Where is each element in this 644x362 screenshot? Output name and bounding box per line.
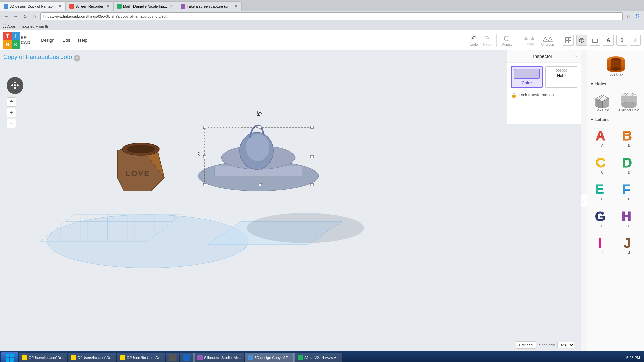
menu-edit[interactable]: Edit: [59, 36, 74, 45]
bookmarks-bar: ☷ Apps Imported From IE: [0, 22, 644, 30]
undo-button[interactable]: ↶ Undo: [470, 34, 478, 46]
logo-br: K: [12, 40, 20, 49]
tube-thick-item[interactable]: Tube thick: [590, 53, 641, 78]
basic-shapes-section: Tube thick: [590, 53, 641, 78]
selected-object[interactable]: [198, 112, 319, 191]
letter-b-item[interactable]: B B: [617, 124, 642, 149]
svg-rect-31: [311, 126, 313, 129]
taskbar-item-silhouette[interactable]: Silhouette Studio: Air...: [194, 353, 244, 362]
taskbar-item-small1[interactable]: [166, 353, 179, 362]
start-button[interactable]: [1, 352, 18, 362]
tab-title-tinkercad: 3D design Copy of Fantab...: [10, 4, 56, 8]
taskbar-item-explorer1[interactable]: C:\Users\ltc User\Dr...: [19, 353, 67, 362]
tab-recorder[interactable]: Screen Recorder ✕: [66, 1, 113, 11]
letter-h-thumb: H: [619, 206, 639, 224]
logo-line-cad: CAD: [21, 40, 30, 45]
letter-i-item[interactable]: I I: [590, 231, 615, 256]
taskbar-item-explorer3[interactable]: C:\Users\ltc User\Dr...: [117, 353, 165, 362]
ungroup-button[interactable]: △△ Ungroup: [541, 34, 554, 46]
snap-grid-select[interactable]: 1/8" 1/4" 1/2" 1": [557, 342, 574, 348]
logo-area[interactable]: T I N K ER CAD: [3, 32, 30, 49]
tube-thick-svg: [606, 54, 626, 73]
letter-h-item[interactable]: H H: [617, 204, 642, 229]
letter-j-item[interactable]: J J: [617, 231, 642, 256]
letter-g-svg: G: [592, 206, 612, 224]
hole-button[interactable]: Hole: [545, 66, 577, 88]
taskbar-item-explorer2[interactable]: C:\Users\ltc User\Dr...: [68, 353, 116, 362]
color-swatch[interactable]: [514, 69, 540, 79]
taskbar-item-afinia[interactable]: Afinia V2.14 www.A...: [294, 353, 342, 362]
letter-e-item[interactable]: E E: [590, 178, 615, 202]
home-button[interactable]: ⌂: [31, 13, 38, 20]
edit-grid-button[interactable]: Edit grid: [516, 341, 536, 349]
forward-button[interactable]: →: [12, 13, 19, 20]
svg-text:E: E: [595, 182, 604, 197]
letter-f-item[interactable]: F F: [617, 178, 642, 202]
letter-b-label: B: [628, 144, 630, 147]
adjust-button[interactable]: ⬡ Adjust: [502, 34, 512, 46]
inspector-help-icon[interactable]: ?: [575, 54, 577, 59]
letters-grid: A A B B: [590, 124, 641, 256]
canvas-area[interactable]: Copy of Fantabulous Jofo ?: [0, 50, 581, 351]
profile-icon[interactable]: S: [634, 13, 641, 20]
tab-close-tinkercad[interactable]: ✕: [58, 4, 62, 9]
svg-rect-30: [259, 126, 262, 129]
taskbar-item-label-tinkercad: 3D design Copy of F...: [255, 356, 291, 360]
box-hole-thumb: [592, 90, 612, 108]
letter-c-item[interactable]: C C: [590, 151, 615, 176]
panel-toggle-button[interactable]: ›: [581, 194, 587, 207]
snap-grid-label: Snap grid: [539, 343, 555, 347]
svg-rect-33: [311, 155, 313, 158]
star-view-button[interactable]: ★: [630, 35, 641, 46]
love-cup-object[interactable]: LOVE: [117, 143, 164, 191]
letter-i-thumb: I: [592, 233, 612, 251]
taskbar-item-tinkercad[interactable]: 3D design Copy of F...: [245, 353, 294, 362]
tab-close-screenshot[interactable]: ✕: [234, 4, 238, 9]
number-view-button[interactable]: 1: [616, 35, 627, 46]
small-app-icon-2: [183, 354, 190, 361]
svg-point-43: [611, 67, 621, 71]
back-button[interactable]: ←: [3, 13, 10, 20]
letter-f-label: F: [628, 197, 630, 201]
text-view-button[interactable]: A: [603, 35, 614, 46]
redo-button[interactable]: ↷ Redo: [483, 34, 491, 46]
group-icon: ▲▲: [523, 34, 536, 42]
tab-mail[interactable]: Mail - Danielle Nicole Ing... ✕: [113, 1, 177, 11]
svg-rect-1: [569, 38, 571, 40]
box-hole-item[interactable]: Box Hole: [590, 88, 615, 113]
tab-bar: 3D design Copy of Fantab... ✕ Screen Rec…: [0, 0, 644, 11]
letter-c-svg: C: [592, 152, 612, 171]
cube-view-icon: [579, 37, 585, 43]
tab-title-mail: Mail - Danielle Nicole Ing...: [123, 4, 167, 8]
address-input[interactable]: [40, 12, 623, 20]
cylinder-hole-item[interactable]: Cylinder Hole: [617, 88, 642, 113]
grid-view-button[interactable]: [563, 35, 574, 46]
tab-close-mail[interactable]: ✕: [170, 4, 173, 9]
letter-d-item[interactable]: D D: [617, 151, 642, 176]
color-button[interactable]: Color: [511, 66, 543, 88]
letter-g-item[interactable]: G G: [590, 204, 615, 229]
reload-button[interactable]: ↻: [21, 13, 29, 20]
taskbar-item-small2[interactable]: [180, 353, 194, 362]
logo-box: T I N K: [3, 32, 20, 49]
explorer-icon-3: [120, 355, 125, 360]
svg-point-21: [127, 145, 155, 153]
menu-help[interactable]: Help: [74, 36, 91, 45]
letter-c-thumb: C: [592, 152, 612, 171]
tab-screenshot[interactable]: Take a screen capture (pr... ✕: [177, 1, 241, 11]
menu-design[interactable]: Design: [37, 36, 58, 45]
cube-view-button[interactable]: [576, 35, 587, 46]
flat-view-button[interactable]: [590, 35, 600, 46]
svg-rect-29: [203, 126, 206, 129]
letter-a-item[interactable]: A A: [590, 124, 615, 149]
bookmark-imported[interactable]: Imported From IE: [20, 24, 49, 28]
svg-text:B: B: [622, 128, 632, 143]
tab-close-recorder[interactable]: ✕: [106, 4, 110, 9]
tube-thick-thumb: [606, 54, 626, 73]
tab-tinkercad[interactable]: 3D design Copy of Fantab... ✕: [0, 1, 66, 11]
bookmark-star[interactable]: ☆: [625, 13, 632, 20]
holes-arrow: ▼: [590, 82, 594, 86]
bookmark-apps[interactable]: ☷ Apps: [3, 24, 16, 29]
svg-text:H: H: [622, 209, 631, 224]
group-button[interactable]: ▲▲ Group: [523, 34, 536, 46]
